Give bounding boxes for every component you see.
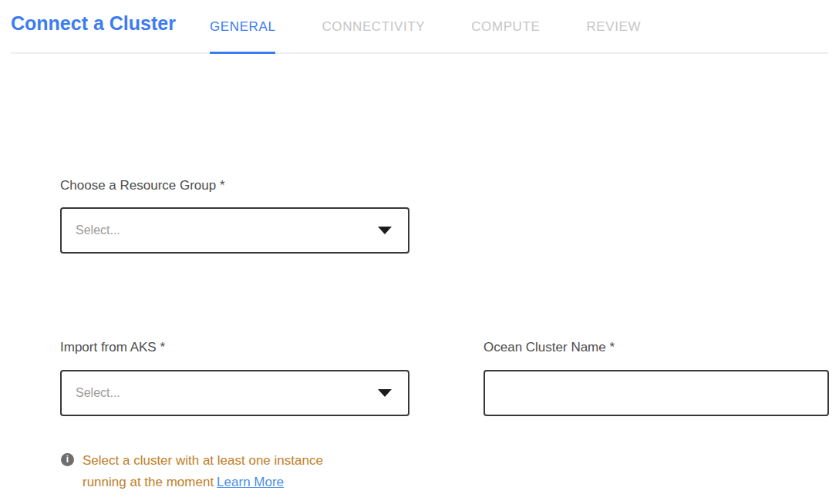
import-aks-select[interactable]: Select... (60, 370, 409, 416)
tab-compute[interactable]: COMPUTE (471, 0, 540, 54)
resource-group-select[interactable]: Select... (60, 207, 409, 254)
page-title: Connect a Cluster (11, 12, 176, 35)
caret-down-icon (378, 389, 392, 397)
info-note-text: Select a cluster with at least one insta… (83, 450, 360, 493)
info-icon: i (61, 453, 74, 466)
caret-down-icon (378, 227, 392, 234)
import-aks-placeholder: Select... (76, 386, 120, 400)
info-note: i Select a cluster with at least one ins… (61, 450, 377, 493)
info-note-message: Select a cluster with at least one insta… (83, 453, 323, 489)
wizard-tabs: GENERAL CONNECTIVITY COMPUTE REVIEW (210, 0, 687, 54)
tab-review[interactable]: REVIEW (586, 0, 641, 54)
tab-connectivity[interactable]: CONNECTIVITY (322, 0, 425, 54)
import-aks-label: Import from AKS * (60, 340, 165, 355)
cluster-name-input[interactable] (484, 370, 829, 416)
tab-general[interactable]: GENERAL (210, 0, 275, 54)
resource-group-placeholder: Select... (76, 223, 120, 237)
cluster-name-label: Ocean Cluster Name * (484, 340, 615, 355)
resource-group-label: Choose a Resource Group * (60, 178, 225, 193)
learn-more-link[interactable]: Learn More (217, 475, 284, 489)
